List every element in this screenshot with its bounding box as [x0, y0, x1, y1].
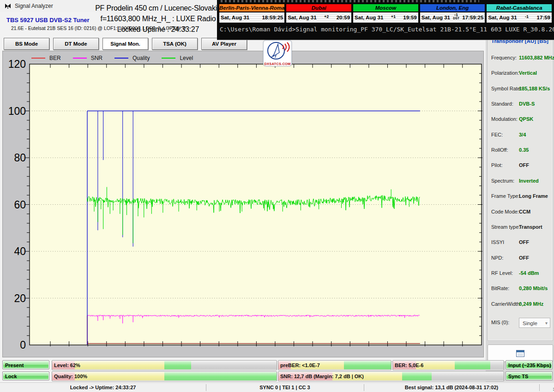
- overlay-line-3: Locked Uptime : 24:33:27: [95, 24, 222, 35]
- clock-time: 18:59:25: [262, 15, 283, 20]
- param-label: NPD:: [491, 255, 503, 261]
- gauge-zone: [455, 361, 490, 369]
- gauge-zone: [402, 372, 431, 380]
- param-label: FEC:: [491, 132, 503, 137]
- tab-tsa-ok[interactable]: TSA (OK): [152, 38, 198, 50]
- tab-bs-mode[interactable]: BS Mode: [4, 38, 49, 50]
- table-window-icon: [516, 350, 524, 357]
- status-bar: Locked -> Uptime: 24:33:27 SYNC 0 | TEI …: [0, 382, 554, 392]
- param-label: Code Mode:: [491, 209, 519, 214]
- param-value: -54 dBm: [519, 270, 539, 276]
- param-label: RF Level:: [491, 270, 513, 276]
- param-row-bitrate: BitRate:0,280 Mbit/s: [491, 285, 550, 295]
- window-title: Signal Analyzer: [15, 3, 53, 9]
- snr-gauge: SNR: 12,7 dB (Margin: 7,2 dB | OK): [278, 371, 504, 381]
- tuner-name: TBS 5927 USB DVB-S2 Tuner: [6, 17, 90, 24]
- present-button[interactable]: Present: [2, 360, 49, 369]
- clock-date: Sat, Aug 31: [355, 15, 383, 20]
- param-value: 0,280 Mbit/s: [519, 285, 548, 291]
- app-icon: [4, 2, 12, 10]
- tab-signal-mon[interactable]: Signal Mon.: [102, 38, 148, 50]
- param-row-frame-type: Frame Type:Long Frame: [491, 193, 550, 202]
- param-row-rolloff: RollOff:0.35: [491, 147, 550, 156]
- param-value: 0.35: [519, 147, 529, 153]
- param-row-modulation: Modulation:QPSK: [491, 116, 550, 125]
- param-row-rf-level: RF Level:-54 dBm: [491, 270, 550, 279]
- param-value: Transport: [519, 224, 542, 230]
- param-value: OFF: [519, 255, 529, 261]
- clock-moscow: MoscowSat, Aug 31+119:59: [353, 4, 419, 23]
- clock-time: 17:59: [537, 15, 550, 20]
- resize-grip[interactable]: [551, 390, 552, 391]
- sync-ts-button[interactable]: Sync TS: [506, 371, 553, 380]
- legend-label-quality: Quality: [132, 55, 150, 61]
- legend-label-snr: SNR: [91, 55, 102, 61]
- gauge-zone: [490, 361, 504, 369]
- param-label: Spectrum:: [491, 178, 514, 184]
- param-value: OFF: [519, 162, 529, 168]
- ber-gauge: BER: 5,0E-6: [392, 360, 504, 370]
- gauge-zone: [191, 361, 277, 369]
- status-sync: SYNC 0 | TEI 1 | CC 3: [206, 383, 364, 392]
- transponder-panel: Transponder [AU] [BS] Frequency:11603,88…: [486, 37, 554, 382]
- mode-tabs: BS ModeDT ModeSignal Mon.TSA (OK)AV Play…: [4, 38, 247, 50]
- gauge-label: Quality: 100%: [54, 372, 87, 381]
- console-prompt: C:\Users\Roman Dávid>Signal monitoring_P…: [220, 26, 554, 33]
- mis-label: MIS (0):: [491, 320, 509, 325]
- level-gauge: Level: 62%: [52, 360, 277, 370]
- quality-gauge: Quality: 100%: [52, 371, 277, 381]
- status-divider: [539, 384, 540, 391]
- param-label: Pilot:: [491, 162, 502, 168]
- legend-line-level: [162, 58, 175, 59]
- legend-line-quality: [114, 58, 128, 59]
- signal-plot: [30, 64, 482, 345]
- overlay-line-2: f=11603,800 MHz_H_ : LUXE Radio: [95, 13, 222, 24]
- param-row-carrierwidth: CarrierWidth:0,249 MHz: [491, 301, 550, 310]
- param-value: 0,249 MHz: [519, 301, 543, 307]
- param-value: Long Frame: [519, 193, 548, 199]
- input-button[interactable]: Input (~235 Kbps): [506, 360, 553, 369]
- gauge-zone: [164, 361, 191, 369]
- transponder-list-button[interactable]: [488, 344, 553, 362]
- param-row-spectrum: Spectrum:Inverted: [491, 178, 550, 187]
- legend-label-ber: BER: [49, 55, 61, 61]
- clock-london-eng: London, EngSat, Aug 31-1DST17:59:25: [420, 4, 486, 23]
- param-label: Frame Type:: [491, 193, 520, 199]
- signal-analyzer-window: Signal Analyzer TBS 5927 USB DVB-S2 Tune…: [0, 0, 554, 392]
- param-label: CarrierWidth:: [491, 301, 521, 307]
- clock-rabat-casablanca: Rabat-CasablancaSat, Aug 31-117:59: [486, 4, 552, 23]
- status-best-signal: Best signal: 13,1 dB (2024-08-31 17:02): [364, 383, 539, 392]
- preber-gauge: preBER: <1.0E-7: [278, 360, 391, 370]
- gauge-zone: [432, 372, 504, 380]
- chevron-down-icon: ▾: [545, 318, 548, 328]
- signal-chart-panel: BERSNRQualityLevel 020406080100120: [2, 51, 484, 357]
- console-clipped-line: [221, 0, 479, 2]
- param-value: OFF: [519, 239, 529, 245]
- clock-city: Rabat-Casablanca: [487, 4, 552, 12]
- mis-dropdown[interactable]: Single ▾: [519, 318, 550, 328]
- tab-dt-mode[interactable]: DT Mode: [53, 38, 99, 50]
- chart-legend: BERSNRQualityLevel: [31, 55, 205, 61]
- y-tick-label: 80: [3, 152, 26, 164]
- lock-button[interactable]: Lock: [2, 371, 49, 380]
- mis-row: MIS (0): Single ▾: [491, 320, 550, 330]
- overlay-line-1: PF Prodelin 450 cm / Lucenec-Slovakia: [95, 3, 222, 13]
- clock-city: Dubai: [286, 4, 351, 12]
- status-divider: [206, 384, 206, 391]
- param-row-fec: FEC:3/4: [491, 132, 550, 141]
- status-uptime: Locked -> Uptime: 24:33:27: [0, 383, 206, 392]
- clock-utc-offset: -1: [525, 15, 529, 18]
- clock-date: Sat, Aug 31: [488, 15, 517, 20]
- clock-city: Moscow: [353, 4, 418, 12]
- param-label: Frequency:: [491, 55, 517, 60]
- param-value: Vertical: [519, 70, 537, 76]
- param-label: Symbol Rate:: [491, 86, 522, 91]
- transponder-params-box: Transponder [AU] [BS] Frequency:11603,88…: [488, 37, 553, 341]
- param-label: ISSYI: [491, 239, 504, 245]
- gauge-zone: [75, 361, 164, 369]
- param-row-code-mode: Code Mode:CCM: [491, 209, 550, 218]
- y-tick-label: 20: [3, 292, 26, 304]
- status-divider: [364, 384, 364, 391]
- clock-dubai: DubaiSat, Aug 31+220:59: [286, 4, 352, 23]
- param-label: Stream type:: [491, 224, 520, 230]
